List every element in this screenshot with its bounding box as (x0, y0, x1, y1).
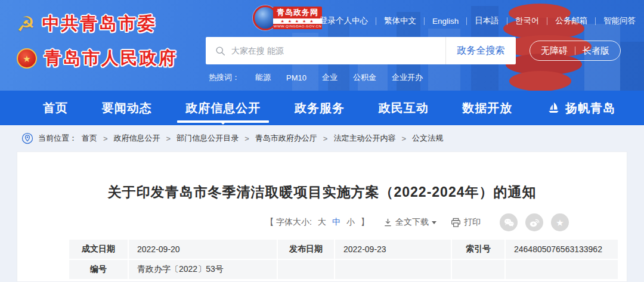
meta-value-index-number: 2464805076563133962 (505, 239, 618, 259)
divider (595, 17, 596, 25)
nav-label: 政民互动 (379, 100, 429, 116)
main-nav: 首页 要闻动态 政府信息公开 政务服务 政民互动 数据开放 扬帆青岛 (0, 91, 644, 125)
hot-search-words: 热搜词： 能源 PM10 企业 公积金 企业开办 (209, 72, 423, 83)
meta-value-date-written: 2022-09-20 (128, 239, 277, 259)
meta-label-doc-number: 编号 (69, 259, 128, 280)
hot-word[interactable]: 企业 (322, 72, 338, 83)
print-label: 打印 (464, 217, 481, 228)
nav-label: 数据开放 (462, 100, 512, 116)
weibo-share-button[interactable] (525, 213, 543, 231)
wechat-share-button[interactable] (500, 213, 518, 231)
search-input-wrap (206, 46, 445, 56)
font-size-control: 【 字体大小: 大 中 小 】 (265, 217, 369, 228)
breadcrumb-separator: > (166, 134, 171, 143)
location-pin-icon (21, 132, 33, 144)
nav-open-data[interactable]: 数据开放 (462, 91, 512, 125)
smart-qa-link[interactable]: 智能问答 (603, 16, 636, 26)
breadcrumb-separator: > (244, 134, 249, 143)
municipal-government-row[interactable]: ★ 青岛市人民政府 (17, 43, 178, 74)
font-size-small-button[interactable]: 小 (346, 217, 355, 228)
weibo-icon (529, 218, 540, 228)
table-row: 成文日期 2022-09-20 发布日期 2022-09-23 索引号 2464… (69, 239, 618, 259)
traditional-chinese-link[interactable]: 繁体中文 (384, 16, 416, 26)
printer-icon (451, 218, 461, 228)
hot-word[interactable]: 能源 (255, 72, 271, 83)
divider (507, 17, 507, 25)
nav-public-interaction[interactable]: 政民互动 (379, 91, 429, 125)
wechat-icon (503, 218, 515, 228)
breadcrumb-home[interactable]: 首页 (82, 133, 97, 144)
nav-label: 政务服务 (295, 100, 345, 116)
star-icon: ★ (556, 218, 564, 227)
site-logo-url: WWW.QINGDAO.GOV.CN (273, 24, 322, 29)
download-button[interactable]: 全文下载 (383, 217, 436, 228)
municipal-government-title: 青岛市人民政府 (44, 47, 178, 70)
korean-link[interactable]: 한국어 (515, 16, 540, 26)
hot-word[interactable]: PM10 (286, 73, 306, 82)
party-emblem-icon: ☭ (17, 14, 35, 34)
logo-stars-icon: ★ ★ ★ ★ ★ (273, 18, 322, 24)
breadcrumb-dept-directory[interactable]: 部门信息公开目录 (177, 133, 239, 144)
site-logo[interactable]: 青岛政务网 ★ ★ ★ ★ ★ WWW.QINGDAO.GOV.CN (253, 5, 322, 30)
meta-empty-cell (451, 259, 505, 280)
breadcrumb-label: 当前位置： (38, 133, 77, 144)
breadcrumb-official-documents[interactable]: 公文法规 (412, 133, 443, 144)
divider (547, 17, 547, 25)
english-link[interactable]: English (432, 17, 459, 26)
breadcrumb-separator: > (401, 134, 406, 143)
search-input[interactable] (231, 46, 445, 55)
meta-label-date-written: 成文日期 (69, 239, 128, 259)
government-logos: ☭ 中共青岛市委 ★ 青岛市人民政府 (17, 8, 178, 74)
page-title: 关于印发青岛市冬季清洁取暖项目实施方案（2022-2024年）的通知 (17, 183, 627, 202)
download-caret-icon (432, 221, 436, 227)
nav-label: 扬帆青岛 (565, 100, 615, 116)
site-logo-name: 青岛政务网 (273, 7, 322, 18)
breadcrumb-gov-info[interactable]: 政府信息公开 (114, 133, 160, 144)
hot-words-label: 热搜词： (209, 72, 240, 83)
meta-label-index-number: 索引号 (451, 239, 505, 259)
document-toolbar: 【 字体大小: 大 中 小 】 全文下载 打印 ★ (17, 213, 569, 231)
site-header: ☭ 中共青岛市委 ★ 青岛市人民政府 青岛政务网 ★ ★ ★ ★ ★ WWW.Q… (0, 0, 644, 91)
download-label: 全文下载 (395, 217, 429, 228)
divider (466, 17, 467, 25)
breadcrumb-separator: > (103, 134, 108, 143)
breadcrumb-gov-office[interactable]: 青岛市政府办公厅 (255, 133, 317, 144)
nav-home[interactable]: 首页 (43, 91, 68, 125)
favorite-button[interactable]: ★ (551, 213, 569, 231)
meta-value-date-published: 2022-09-23 (335, 239, 451, 259)
breadcrumb: 当前位置： 首页 > 政府信息公开 > 部门信息公开目录 > 青岛市政府办公厅 … (0, 125, 644, 151)
table-row: 编号 青政办字〔2022〕53号 (69, 259, 618, 280)
nav-gov-services[interactable]: 政务服务 (295, 91, 345, 125)
meta-empty-cell (335, 259, 451, 280)
party-committee-row[interactable]: ☭ 中共青岛市委 (17, 8, 178, 39)
font-size-large-button[interactable]: 大 (318, 217, 326, 228)
top-utility-links: 登录个人中心 繁体中文 English 日本語 한국어 公务邮箱 智能问答 (320, 16, 636, 26)
japanese-link[interactable]: 日本語 (475, 16, 499, 26)
share-group: ★ (500, 213, 569, 231)
divider (424, 17, 425, 25)
nav-sailing-qingdao[interactable]: 扬帆青岛 (546, 91, 615, 125)
meta-label-date-published: 发布日期 (277, 239, 335, 259)
elder-version-link[interactable]: 长者版 (583, 45, 609, 57)
nav-gov-info-disclosure[interactable]: 政府信息公开 (185, 91, 261, 125)
document-meta-table: 成文日期 2022-09-20 发布日期 2022-09-23 索引号 2464… (68, 238, 619, 280)
print-button[interactable]: 打印 (451, 217, 481, 228)
document-card: 关于印发青岛市冬季清洁取暖项目实施方案（2022-2024年）的通知 【 字体大… (17, 151, 627, 282)
breadcrumb-statutory-disclosure[interactable]: 法定主动公开内容 (333, 133, 395, 144)
search-box: 政务全搜索 (206, 37, 516, 64)
search-submit-button[interactable]: 政务全搜索 (445, 37, 516, 64)
nav-label: 首页 (43, 100, 68, 116)
official-mail-link[interactable]: 公务邮箱 (555, 16, 587, 26)
download-icon (383, 218, 392, 227)
meta-empty-cell (277, 259, 335, 280)
nav-news[interactable]: 要闻动态 (102, 91, 152, 125)
divider (376, 17, 376, 25)
breadcrumb-separator: > (323, 134, 328, 143)
login-link[interactable]: 登录个人中心 (320, 16, 368, 26)
search-icon (215, 46, 225, 56)
accessibility-link[interactable]: 无障碍 (541, 45, 568, 57)
hot-word[interactable]: 企业开办 (392, 72, 423, 83)
logo-banners: 青岛政务网 ★ ★ ★ ★ ★ WWW.QINGDAO.GOV.CN (273, 7, 322, 29)
hot-word[interactable]: 公积金 (353, 72, 376, 83)
font-size-medium-button[interactable]: 中 (332, 217, 340, 228)
